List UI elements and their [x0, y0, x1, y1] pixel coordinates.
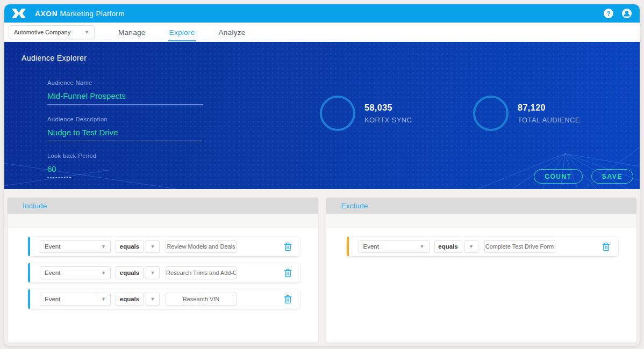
rule-accent-bar	[28, 263, 30, 282]
audience-name-label: Audience Name	[47, 79, 209, 86]
audience-name-input[interactable]: Mid-Funnel Prospects	[47, 91, 203, 105]
delete-rule-button[interactable]	[602, 242, 610, 251]
field-select[interactable]: Event▼	[40, 266, 111, 279]
trash-icon	[284, 268, 292, 278]
page-title: Audience Explorer	[22, 54, 87, 62]
total-audience-value: 87,120	[518, 103, 580, 113]
include-rules-list: Event▼equals▼Event▼equals▼Event▼equals▼	[8, 228, 318, 343]
operator-select[interactable]: equals	[116, 293, 144, 306]
tab-explore[interactable]: Explore	[168, 24, 196, 41]
exclude-panel: Exclude Event▼equals▼	[326, 198, 637, 343]
exclude-panel-title: Exclude	[326, 198, 637, 214]
exclude-panel-toolbar	[326, 214, 637, 228]
brand-rest: Marketing Platform	[60, 10, 125, 18]
chevron-down-icon: ▼	[151, 244, 155, 249]
operator-chevron-button[interactable]: ▼	[464, 240, 478, 253]
chevron-down-icon: ▼	[101, 244, 106, 249]
delete-rule-button[interactable]	[284, 242, 292, 251]
operator-select[interactable]: equals	[116, 266, 144, 279]
field-select[interactable]: Event▼	[40, 293, 111, 306]
exclude-rules-list: Event▼equals▼	[326, 228, 637, 343]
audience-explorer-hero: Audience Explorer Audience Name Mid-Funn…	[4, 42, 640, 189]
chevron-down-icon: ▼	[101, 271, 106, 275]
rule-panels: Include Event▼equals▼Event▼equals▼Event▼…	[4, 189, 640, 346]
audience-form: Audience Name Mid-Funnel Prospects Audie…	[47, 79, 209, 178]
include-panel-toolbar	[8, 214, 318, 228]
kortx-sync-value: 58,035	[364, 103, 412, 113]
total-audience-stat: 87,120 TOTAL AUDIENCE	[473, 96, 580, 131]
chevron-down-icon: ▼	[151, 297, 155, 302]
operator-select[interactable]: equals	[116, 240, 144, 253]
company-selector[interactable]: Automotive Company ▼	[9, 25, 95, 39]
rule-accent-bar	[28, 237, 30, 256]
delete-rule-button[interactable]	[284, 295, 292, 304]
trash-icon	[284, 242, 292, 251]
include-panel-title: Include	[8, 198, 318, 214]
field-select-value: Event	[45, 296, 60, 302]
rule-row: Event▼equals▼	[28, 263, 300, 282]
app-title: AXON Marketing Platform	[35, 10, 125, 18]
kortx-x-logo	[12, 8, 26, 19]
rule-row: Event▼equals▼	[28, 289, 300, 309]
field-select-value: Event	[45, 243, 60, 250]
chevron-down-icon: ▼	[420, 244, 425, 249]
rule-accent-bar	[347, 237, 349, 256]
brand-bold: AXON	[35, 10, 58, 18]
svg-text:?: ?	[606, 10, 611, 18]
total-audience-label: TOTAL AUDIENCE	[518, 116, 580, 124]
field-select-value: Event	[363, 243, 379, 250]
rule-accent-bar	[28, 289, 30, 309]
stat-ring	[473, 96, 509, 131]
field-select-value: Event	[45, 270, 60, 276]
tab-manage[interactable]: Manage	[117, 24, 147, 41]
field-select[interactable]: Event▼	[40, 240, 111, 253]
rule-value-input[interactable]	[166, 240, 237, 253]
lookback-period-label: Look back Period	[47, 152, 209, 159]
company-selector-value: Automotive Company	[14, 29, 70, 35]
audience-description-input[interactable]: Nudge to Test Drive	[47, 128, 203, 141]
chevron-down-icon: ▼	[84, 30, 89, 35]
save-button[interactable]: SAVE	[591, 169, 633, 184]
help-icon[interactable]: ?	[603, 8, 614, 19]
operator-chevron-button[interactable]: ▼	[146, 240, 160, 253]
rule-value-input[interactable]	[484, 240, 555, 253]
include-panel: Include Event▼equals▼Event▼equals▼Event▼…	[8, 198, 318, 343]
tab-analyze[interactable]: Analyze	[217, 24, 246, 41]
chevron-down-icon: ▼	[151, 271, 155, 275]
hero-action-buttons: COUNT SAVE	[534, 169, 633, 184]
field-select[interactable]: Event▼	[359, 240, 430, 253]
rule-value-input[interactable]	[166, 266, 237, 279]
operator-chevron-button[interactable]: ▼	[146, 266, 160, 279]
stat-ring	[320, 96, 355, 131]
rule-row: Event▼equals▼	[28, 237, 300, 256]
audience-description-label: Audience Description	[47, 116, 209, 122]
nav-tabs: Manage Explore Analyze	[117, 24, 247, 41]
delete-rule-button[interactable]	[284, 268, 292, 278]
operator-chevron-button[interactable]: ▼	[146, 293, 160, 306]
rule-row: Event▼equals▼	[347, 237, 619, 256]
trash-icon	[602, 242, 610, 251]
operator-select[interactable]: equals	[434, 240, 462, 253]
app-window: AXON Marketing Platform ? Automotive Com…	[4, 4, 640, 346]
nav-bar: Automotive Company ▼ Manage Explore Anal…	[4, 23, 640, 42]
rule-value-input[interactable]	[166, 293, 237, 306]
chevron-down-icon: ▼	[101, 297, 106, 302]
chevron-down-icon: ▼	[469, 244, 474, 249]
kortx-sync-stat: 58,035 KORTX SYNC	[320, 96, 412, 131]
lookback-period-input[interactable]: 60	[47, 164, 71, 178]
kortx-sync-label: KORTX SYNC	[364, 116, 412, 124]
top-bar: AXON Marketing Platform ?	[4, 4, 640, 23]
trash-icon	[284, 295, 292, 304]
user-icon[interactable]	[621, 8, 632, 19]
count-button[interactable]: COUNT	[534, 169, 583, 184]
